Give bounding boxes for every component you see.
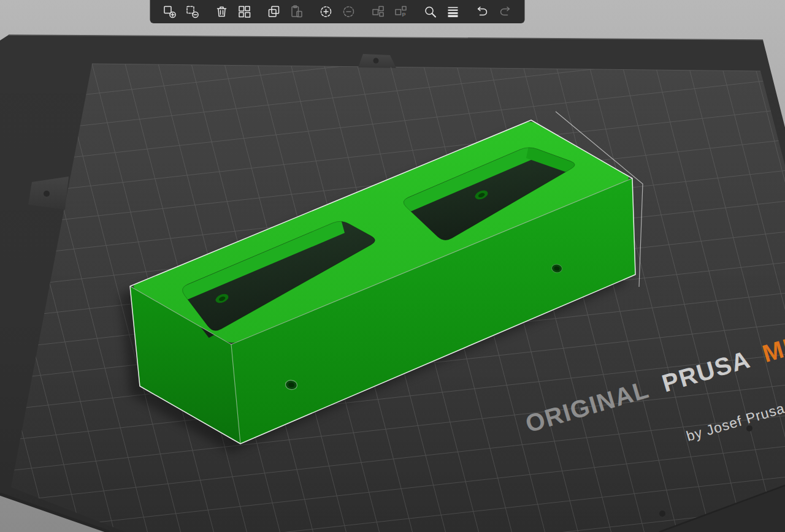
- add-instance-icon: [319, 4, 334, 19]
- split-to-objects-icon: [371, 4, 386, 19]
- paste-button[interactable]: [286, 2, 307, 21]
- search-button[interactable]: [420, 2, 441, 21]
- delete-all-button[interactable]: [212, 2, 232, 21]
- paste-icon: [289, 4, 304, 19]
- split-to-objects-button[interactable]: [368, 2, 389, 21]
- add-object-button[interactable]: [159, 2, 180, 21]
- split-to-parts-button[interactable]: P: [391, 2, 412, 21]
- undo-icon: [475, 4, 490, 19]
- remove-instance-button[interactable]: [339, 2, 359, 21]
- remove-instance-icon: [342, 4, 356, 19]
- search-icon: [423, 4, 438, 19]
- add-object-icon: [163, 4, 177, 19]
- delete-all-icon: [215, 4, 229, 19]
- arrange-icon: [237, 4, 252, 19]
- copy-button[interactable]: [264, 2, 285, 21]
- svg-text:P: P: [402, 12, 406, 18]
- delete-object-button[interactable]: [182, 2, 203, 21]
- top-toolbar: P: [150, 0, 525, 23]
- variable-layer-height-button[interactable]: [443, 2, 464, 21]
- viewport-3d: ORIGINAL PRUSA MK4 by Josef Prusa: [0, 0, 785, 532]
- copy-icon: [267, 4, 281, 19]
- redo-icon: [498, 4, 513, 19]
- arrange-button[interactable]: [234, 2, 255, 21]
- redo-button[interactable]: [495, 2, 516, 21]
- delete-object-icon: [185, 4, 200, 19]
- undo-button[interactable]: [472, 2, 493, 21]
- variable-layer-height-icon: [446, 4, 461, 19]
- split-to-parts-icon: P: [394, 4, 408, 19]
- add-instance-button[interactable]: [316, 2, 337, 21]
